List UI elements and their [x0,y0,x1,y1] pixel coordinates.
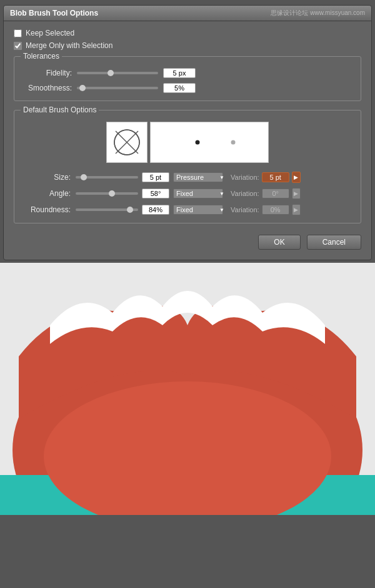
fidelity-slider[interactable] [77,72,158,74]
keep-selected-label[interactable]: Keep Selected [26,29,74,37]
brush-dot-left [196,140,200,145]
size-variation-label: Variation: [231,174,259,181]
size-label: Size: [22,173,71,182]
keep-selected-checkbox[interactable] [14,29,22,37]
tolerances-group-label: Tolerances [21,52,62,61]
angle-slider[interactable] [76,192,138,195]
tolerances-group: Tolerances Fidelity: 5 px Smoothness: 5% [14,56,361,101]
merge-only-row: Merge Only with Selection [14,41,361,50]
dialog-titlebar: Blob Brush Tool Options 思缘设计论坛 www.missy… [4,6,371,21]
roundness-method-wrapper: Fixed Pressure Random ▼ [173,205,227,215]
smoothness-slider[interactable] [77,87,158,89]
roundness-variation-arrow: ▶ [292,204,301,215]
cancel-button[interactable]: Cancel [307,235,361,250]
smoothness-value[interactable]: 5% [163,83,196,93]
merge-only-checkbox[interactable] [14,42,22,50]
angle-thumb[interactable] [109,190,115,197]
angle-row: Angle: 58° Fixed Pressure Random ▼ Varia… [22,188,353,199]
roundness-label: Roundness: [22,205,71,214]
roundness-method-select[interactable]: Fixed Pressure Random [173,205,223,215]
size-variation-arrow[interactable]: ▶ [292,172,301,183]
smoothness-row: Smoothness: 5% [22,83,353,93]
angle-variation-value: 0° [262,189,289,198]
ok-button[interactable]: OK [258,235,300,250]
brush-preview-area [22,122,353,163]
fidelity-label: Fidelity: [22,69,72,77]
brush-dot-right [231,140,235,145]
smoothness-thumb[interactable] [79,85,86,91]
dialog-title: Blob Brush Tool Options [10,9,98,17]
size-variation-value[interactable]: 5 pt [262,172,289,182]
fidelity-row: Fidelity: 5 px [22,68,353,78]
angle-variation-arrow: ▶ [292,188,301,199]
roundness-variation-label: Variation: [231,206,259,213]
angle-variation-label: Variation: [231,190,259,197]
watermark: 思缘设计论坛 www.missyuan.com [271,9,365,17]
smoothness-label: Smoothness: [22,84,72,92]
illustration-svg: I S [0,263,375,515]
roundness-thumb[interactable] [127,207,133,213]
blob-brush-dialog: Blob Brush Tool Options 思缘设计论坛 www.missy… [3,5,372,260]
merge-only-label[interactable]: Merge Only with Selection [26,41,112,50]
fidelity-thumb[interactable] [108,70,114,76]
brush-preview-box [150,122,269,163]
roundness-value[interactable]: 84% [142,205,169,215]
angle-label: Angle: [22,189,71,198]
brush-icon-svg [110,125,144,159]
size-slider[interactable] [76,176,138,179]
brush-options-label: Default Brush Options [21,105,99,114]
angle-method-wrapper: Fixed Pressure Random ▼ [173,189,227,198]
size-value[interactable]: 5 pt [142,172,169,182]
angle-value[interactable]: 58° [142,189,169,198]
brush-options-group: Default Brush Options S [14,110,361,223]
dialog-buttons: OK Cancel [14,235,361,250]
size-method-wrapper: Pressure Fixed Random Stylus Wheel Tilt … [173,172,227,182]
roundness-variation-value: 0% [262,205,289,215]
keep-selected-row: Keep Selected [14,29,361,37]
roundness-row: Roundness: 84% Fixed Pressure Random ▼ V… [22,204,353,215]
size-method-select[interactable]: Pressure Fixed Random Stylus Wheel Tilt [173,172,223,182]
brush-icon-box [106,122,148,163]
illustration-area: I S [0,263,375,515]
size-thumb[interactable] [81,174,87,180]
dialog-body: Keep Selected Merge Only with Selection … [4,21,371,260]
angle-method-select[interactable]: Fixed Pressure Random [173,189,223,198]
roundness-slider[interactable] [76,208,138,211]
size-row: Size: 5 pt Pressure Fixed Random Stylus … [22,172,353,183]
fidelity-value[interactable]: 5 px [163,68,196,78]
